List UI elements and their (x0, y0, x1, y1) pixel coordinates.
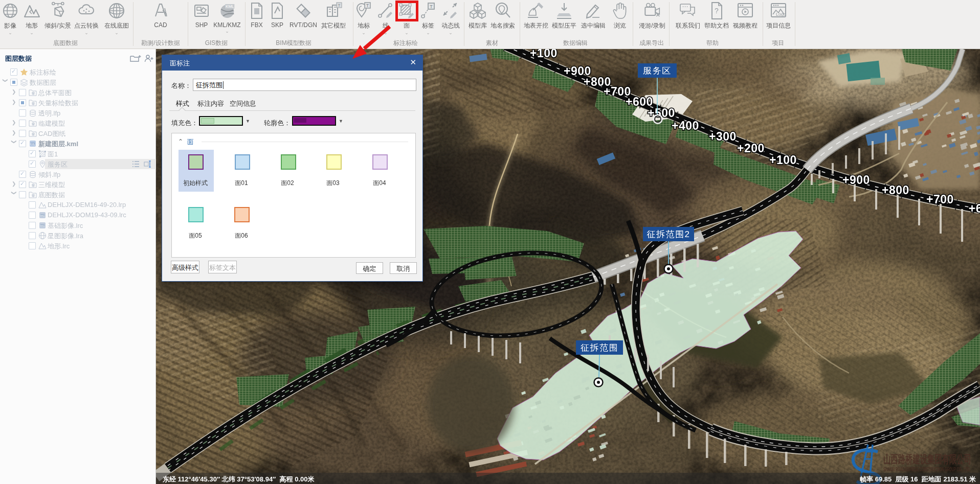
svg-text:+200: +200 (737, 142, 765, 155)
svg-text:T: T (366, 3, 369, 8)
svg-text:+100: +100 (530, 49, 558, 60)
svg-text:?: ? (715, 7, 719, 15)
svg-text:+400: +400 (672, 119, 699, 132)
svg-text:+100: +100 (769, 153, 797, 167)
svg-text:KML: KML (226, 4, 234, 9)
svg-text:IMG: IMG (40, 215, 45, 217)
svg-text:征拆范围: 征拆范围 (581, 343, 618, 353)
svg-text:山西路桥建设集团有限公司: 山西路桥建设集团有限公司 (883, 453, 971, 466)
svg-text:KML: KML (30, 143, 35, 146)
svg-text:+900: +900 (842, 173, 870, 187)
svg-text:+700: +700 (926, 193, 954, 206)
svg-text:+800: +800 (882, 183, 909, 197)
svg-text:IMG: IMG (40, 225, 45, 227)
svg-text:服务区: 服务区 (643, 66, 672, 76)
svg-text:T: T (430, 4, 433, 9)
svg-text:+60: +60 (969, 202, 980, 215)
svg-text:+300: +300 (709, 130, 737, 143)
svg-text:Logo: Logo (776, 12, 786, 17)
svg-text:征拆范围2: 征拆范围2 (647, 229, 691, 239)
svg-text:T: T (338, 3, 341, 8)
svg-text:SHANXI ROAD&BRIDGE CONSTRUCTIO: SHANXI ROAD&BRIDGE CONSTRUCTION GROUP CO… (883, 467, 970, 472)
